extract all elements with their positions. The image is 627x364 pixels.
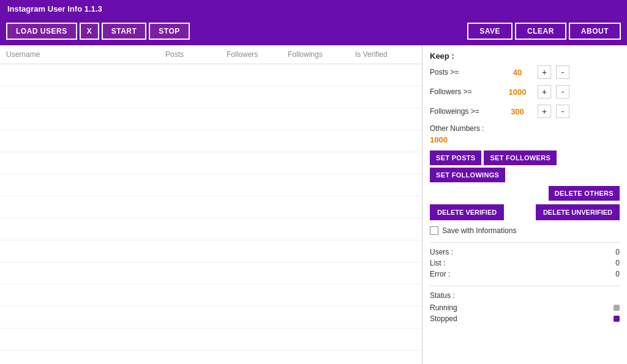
posts-filter-label: Posts >=	[430, 68, 497, 76]
col-followers: Followers	[220, 49, 282, 60]
table-cell	[159, 228, 220, 231]
table-cell	[282, 162, 349, 165]
table-cell	[282, 206, 349, 209]
followings-filter-label: Followeings >=	[430, 107, 497, 116]
set-followers-button[interactable]: SET FOLLOWERS	[484, 150, 557, 165]
table-cell	[349, 228, 422, 231]
stat-users-row: Users : 0	[430, 248, 620, 256]
table-cell	[220, 118, 282, 121]
status-label: Status :	[430, 291, 620, 300]
table-cell	[282, 272, 349, 275]
action-btns-row-2: DELETE OTHERS	[430, 186, 620, 201]
table-area: Username Posts Followers Followings Is V…	[0, 45, 422, 364]
status-items: Running Stopped	[430, 303, 620, 323]
followings-filter-row: Followeings >= 300 + -	[430, 105, 620, 118]
stat-error-label: Error :	[430, 270, 450, 278]
save-info-label: Save with Informations	[442, 226, 516, 235]
table-cell	[282, 184, 349, 187]
stat-error-value: 0	[615, 270, 620, 278]
table-cell	[349, 118, 422, 121]
table-cell	[0, 184, 159, 187]
table-row	[0, 240, 422, 262]
set-posts-button[interactable]: SET POSTS	[430, 150, 481, 165]
posts-filter-row: Posts >= 40 + -	[430, 65, 620, 79]
table-row	[0, 196, 422, 218]
stat-list-value: 0	[615, 259, 620, 267]
main-content: Username Posts Followers Followings Is V…	[0, 45, 627, 364]
delete-others-button[interactable]: DELETE OTHERS	[549, 186, 620, 201]
table-cell	[220, 294, 282, 297]
table-row	[0, 64, 422, 86]
delete-verified-button[interactable]: DELETE VERIFIED	[430, 204, 504, 220]
table-header: Username Posts Followers Followings Is V…	[0, 45, 422, 64]
table-cell	[159, 316, 220, 319]
table-cell	[220, 184, 282, 187]
set-followings-button[interactable]: SET FOLLOWINGS	[430, 168, 505, 182]
table-cell	[220, 228, 282, 231]
save-info-checkbox[interactable]	[430, 226, 438, 235]
table-body	[0, 64, 422, 351]
stat-list-label: List :	[430, 259, 445, 267]
table-row	[0, 262, 422, 284]
table-cell	[282, 250, 349, 253]
table-cell	[349, 96, 422, 98]
table-row	[0, 108, 422, 130]
followers-decrement-button[interactable]: -	[556, 85, 569, 98]
table-cell	[220, 74, 282, 76]
table-cell	[220, 316, 282, 319]
followers-filter-value: 1000	[502, 87, 533, 97]
table-row	[0, 152, 422, 174]
table-cell	[0, 272, 159, 275]
other-numbers-label: Other Numbers :	[430, 124, 620, 133]
followers-filter-label: Followers >=	[430, 87, 497, 96]
table-cell	[0, 162, 159, 165]
table-cell	[159, 118, 220, 121]
followings-decrement-button[interactable]: -	[556, 105, 569, 118]
table-cell	[282, 338, 349, 341]
posts-decrement-button[interactable]: -	[556, 65, 569, 79]
clear-button[interactable]: CLEAR	[515, 23, 566, 40]
table-cell	[282, 118, 349, 121]
col-username: Username	[0, 49, 159, 60]
stats-section: Users : 0 List : 0 Error : 0	[430, 248, 620, 278]
table-cell	[159, 250, 220, 253]
table-cell	[349, 206, 422, 209]
stop-button[interactable]: STOP	[149, 23, 189, 40]
table-row	[0, 130, 422, 152]
table-cell	[0, 206, 159, 209]
delete-unverified-button[interactable]: DELETE UNVERIFIED	[536, 204, 620, 220]
title-bar: Instagram User Info 1.1.3	[0, 0, 627, 17]
about-button[interactable]: ABOUT	[569, 23, 621, 40]
x-button[interactable]: X	[80, 23, 99, 40]
table-cell	[220, 140, 282, 143]
table-cell	[349, 338, 422, 341]
save-button[interactable]: SAVE	[467, 23, 512, 40]
followers-filter-row: Followers >= 1000 + -	[430, 85, 620, 98]
save-with-info-row: Save with Informations	[430, 226, 620, 235]
table-cell	[0, 118, 159, 121]
followings-increment-button[interactable]: +	[538, 105, 551, 118]
delete-row: DELETE VERIFIED DELETE UNVERIFIED	[430, 204, 620, 220]
table-cell	[0, 294, 159, 297]
table-cell	[159, 294, 220, 297]
posts-filter-value: 40	[502, 68, 533, 77]
status-stopped-label: Stopped	[430, 314, 457, 323]
status-stopped: Stopped	[430, 314, 620, 323]
table-cell	[220, 96, 282, 98]
table-cell	[282, 228, 349, 231]
table-cell	[282, 316, 349, 319]
stat-users-label: Users :	[430, 248, 453, 256]
table-cell	[159, 184, 220, 187]
table-cell	[0, 96, 159, 98]
start-button[interactable]: START	[102, 23, 147, 40]
table-cell	[159, 96, 220, 98]
table-cell	[0, 74, 159, 76]
toolbar: LOAD USERS X START STOP SAVE CLEAR ABOUT	[0, 17, 627, 45]
followers-increment-button[interactable]: +	[538, 85, 551, 98]
col-posts: Posts	[159, 49, 220, 60]
table-cell	[282, 140, 349, 143]
posts-increment-button[interactable]: +	[538, 65, 551, 79]
table-cell	[159, 272, 220, 275]
load-users-button[interactable]: LOAD USERS	[6, 23, 77, 40]
table-cell	[282, 96, 349, 98]
